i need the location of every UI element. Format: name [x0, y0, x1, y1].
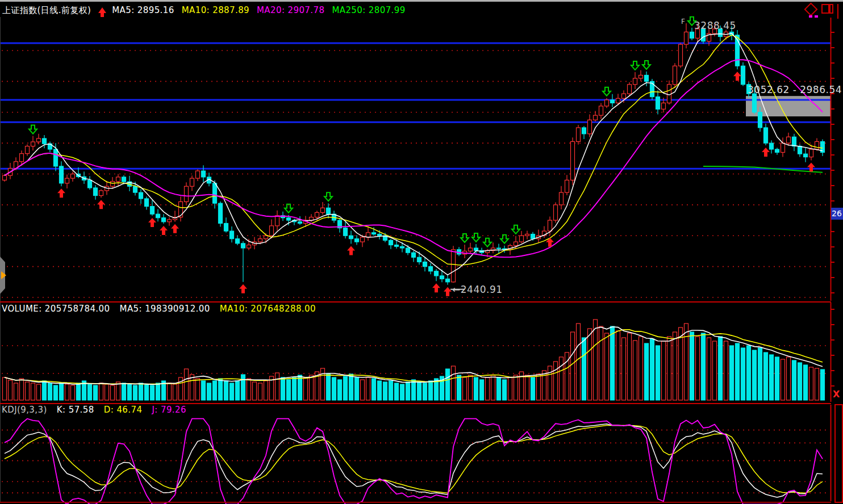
volume-ma10-label: MA10: 207648288.00	[220, 304, 316, 314]
volume-ma5-label: MA5: 198390912.00	[120, 304, 210, 314]
ma250-value-label: MA250: 2807.99	[332, 5, 405, 15]
kdj-pane-divider[interactable]	[0, 403, 831, 404]
instrument-title: 上证指数(日线.前复权)	[2, 5, 91, 16]
chart-header: 上证指数(日线.前复权) MA5: 2895.16 MA10: 2887.89 …	[2, 4, 413, 16]
trading-app-window: 上证指数(日线.前复权) MA5: 2895.16 MA10: 2887.89 …	[0, 0, 843, 504]
volume-label-row: VOLUME: 205758784.00 MA5: 198390912.00 M…	[2, 304, 323, 314]
kdj-axis-box	[834, 404, 843, 503]
range-price-label: 3052.62 - 2986.54	[748, 84, 842, 95]
tile-windows-icon[interactable]	[821, 3, 834, 14]
peak-price-label: 3288.45	[694, 20, 736, 31]
kdj-k-label: K: 57.58	[57, 405, 94, 415]
magenta-dots-icon	[807, 15, 818, 18]
diamond-icon[interactable]	[804, 2, 817, 16]
peak-flag-marker: F	[681, 18, 685, 26]
up-arrow-icon	[98, 7, 106, 13]
trough-price-label: ←2440.91	[452, 284, 503, 295]
kdj-indicator-label: KDJ(9,3,3)	[2, 405, 47, 415]
expand-handle-shape	[0, 257, 8, 294]
ma20-value-label: MA20: 2907.78	[257, 5, 324, 15]
ma10-value-label: MA10: 2887.89	[182, 5, 249, 15]
chart-canvas[interactable]	[0, 0, 843, 504]
volume-pane-divider[interactable]	[0, 301, 831, 303]
kdj-d-label: D: 46.74	[104, 405, 143, 415]
window-edge-bar	[837, 4, 838, 19]
ma5-value-label: MA5: 2895.16	[112, 5, 174, 15]
axis-price-badge: 26	[831, 208, 843, 220]
kdj-j-label: J: 79.26	[152, 405, 186, 415]
bottom-border	[0, 502, 831, 503]
volume-value-label: VOLUME: 205758784.00	[2, 304, 110, 314]
left-panel-expand-handle[interactable]	[0, 257, 8, 294]
kdj-label-row: KDJ(9,3,3) K: 57.58 D: 46.74 J: 79.26	[2, 405, 193, 415]
pane-close-button[interactable]: X	[833, 389, 840, 400]
